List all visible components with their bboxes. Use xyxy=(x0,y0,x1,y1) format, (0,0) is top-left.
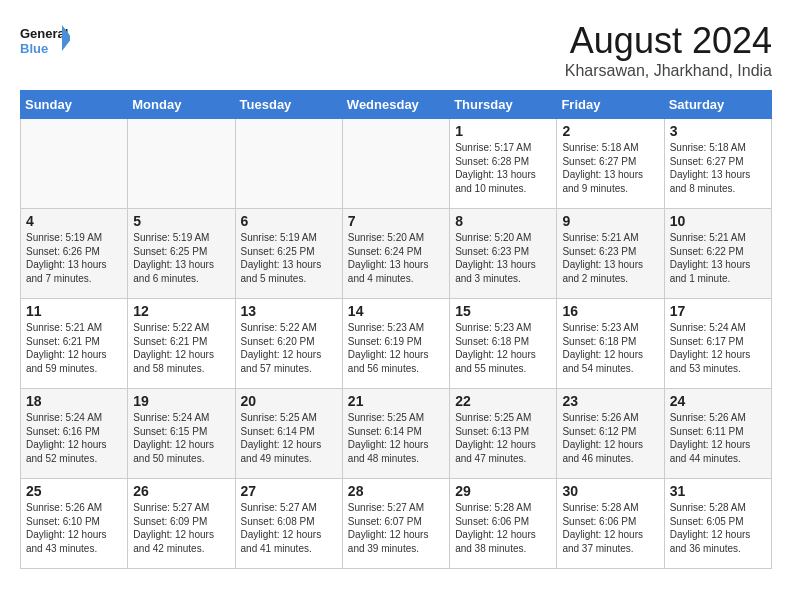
calendar-cell: 7Sunrise: 5:20 AM Sunset: 6:24 PM Daylig… xyxy=(342,209,449,299)
day-content: Sunrise: 5:23 AM Sunset: 6:18 PM Dayligh… xyxy=(455,321,551,375)
calendar-cell: 3Sunrise: 5:18 AM Sunset: 6:27 PM Daylig… xyxy=(664,119,771,209)
weekday-header-monday: Monday xyxy=(128,91,235,119)
calendar-table: SundayMondayTuesdayWednesdayThursdayFrid… xyxy=(20,90,772,569)
day-number: 2 xyxy=(562,123,658,139)
calendar-cell: 10Sunrise: 5:21 AM Sunset: 6:22 PM Dayli… xyxy=(664,209,771,299)
svg-text:General: General xyxy=(20,26,68,41)
calendar-week-row: 4Sunrise: 5:19 AM Sunset: 6:26 PM Daylig… xyxy=(21,209,772,299)
calendar-cell: 29Sunrise: 5:28 AM Sunset: 6:06 PM Dayli… xyxy=(450,479,557,569)
day-number: 13 xyxy=(241,303,337,319)
weekday-header-wednesday: Wednesday xyxy=(342,91,449,119)
day-content: Sunrise: 5:18 AM Sunset: 6:27 PM Dayligh… xyxy=(562,141,658,195)
day-content: Sunrise: 5:25 AM Sunset: 6:13 PM Dayligh… xyxy=(455,411,551,465)
calendar-cell xyxy=(235,119,342,209)
day-content: Sunrise: 5:21 AM Sunset: 6:22 PM Dayligh… xyxy=(670,231,766,285)
day-content: Sunrise: 5:17 AM Sunset: 6:28 PM Dayligh… xyxy=(455,141,551,195)
calendar-cell: 28Sunrise: 5:27 AM Sunset: 6:07 PM Dayli… xyxy=(342,479,449,569)
day-content: Sunrise: 5:23 AM Sunset: 6:19 PM Dayligh… xyxy=(348,321,444,375)
calendar-week-row: 1Sunrise: 5:17 AM Sunset: 6:28 PM Daylig… xyxy=(21,119,772,209)
day-content: Sunrise: 5:19 AM Sunset: 6:25 PM Dayligh… xyxy=(133,231,229,285)
day-content: Sunrise: 5:25 AM Sunset: 6:14 PM Dayligh… xyxy=(348,411,444,465)
title-section: August 2024 Kharsawan, Jharkhand, India xyxy=(565,20,772,80)
day-content: Sunrise: 5:25 AM Sunset: 6:14 PM Dayligh… xyxy=(241,411,337,465)
day-content: Sunrise: 5:20 AM Sunset: 6:24 PM Dayligh… xyxy=(348,231,444,285)
day-content: Sunrise: 5:27 AM Sunset: 6:07 PM Dayligh… xyxy=(348,501,444,555)
day-number: 4 xyxy=(26,213,122,229)
calendar-cell: 22Sunrise: 5:25 AM Sunset: 6:13 PM Dayli… xyxy=(450,389,557,479)
day-number: 30 xyxy=(562,483,658,499)
weekday-header-friday: Friday xyxy=(557,91,664,119)
day-content: Sunrise: 5:21 AM Sunset: 6:23 PM Dayligh… xyxy=(562,231,658,285)
page-header: General Blue August 2024 Kharsawan, Jhar… xyxy=(20,20,772,80)
day-content: Sunrise: 5:26 AM Sunset: 6:11 PM Dayligh… xyxy=(670,411,766,465)
day-number: 28 xyxy=(348,483,444,499)
day-number: 19 xyxy=(133,393,229,409)
day-content: Sunrise: 5:28 AM Sunset: 6:06 PM Dayligh… xyxy=(562,501,658,555)
calendar-cell: 8Sunrise: 5:20 AM Sunset: 6:23 PM Daylig… xyxy=(450,209,557,299)
day-number: 1 xyxy=(455,123,551,139)
day-number: 21 xyxy=(348,393,444,409)
calendar-cell: 13Sunrise: 5:22 AM Sunset: 6:20 PM Dayli… xyxy=(235,299,342,389)
day-number: 23 xyxy=(562,393,658,409)
weekday-header-saturday: Saturday xyxy=(664,91,771,119)
calendar-cell: 11Sunrise: 5:21 AM Sunset: 6:21 PM Dayli… xyxy=(21,299,128,389)
day-number: 20 xyxy=(241,393,337,409)
day-number: 8 xyxy=(455,213,551,229)
day-number: 26 xyxy=(133,483,229,499)
calendar-week-row: 18Sunrise: 5:24 AM Sunset: 6:16 PM Dayli… xyxy=(21,389,772,479)
day-number: 15 xyxy=(455,303,551,319)
day-content: Sunrise: 5:24 AM Sunset: 6:16 PM Dayligh… xyxy=(26,411,122,465)
calendar-cell xyxy=(128,119,235,209)
weekday-header-row: SundayMondayTuesdayWednesdayThursdayFrid… xyxy=(21,91,772,119)
day-content: Sunrise: 5:28 AM Sunset: 6:06 PM Dayligh… xyxy=(455,501,551,555)
weekday-header-sunday: Sunday xyxy=(21,91,128,119)
calendar-cell: 25Sunrise: 5:26 AM Sunset: 6:10 PM Dayli… xyxy=(21,479,128,569)
month-year: August 2024 xyxy=(565,20,772,62)
day-content: Sunrise: 5:23 AM Sunset: 6:18 PM Dayligh… xyxy=(562,321,658,375)
calendar-cell: 14Sunrise: 5:23 AM Sunset: 6:19 PM Dayli… xyxy=(342,299,449,389)
day-content: Sunrise: 5:24 AM Sunset: 6:15 PM Dayligh… xyxy=(133,411,229,465)
day-number: 16 xyxy=(562,303,658,319)
calendar-cell: 17Sunrise: 5:24 AM Sunset: 6:17 PM Dayli… xyxy=(664,299,771,389)
day-number: 11 xyxy=(26,303,122,319)
calendar-cell: 30Sunrise: 5:28 AM Sunset: 6:06 PM Dayli… xyxy=(557,479,664,569)
day-number: 9 xyxy=(562,213,658,229)
day-content: Sunrise: 5:19 AM Sunset: 6:26 PM Dayligh… xyxy=(26,231,122,285)
day-number: 5 xyxy=(133,213,229,229)
calendar-cell: 27Sunrise: 5:27 AM Sunset: 6:08 PM Dayli… xyxy=(235,479,342,569)
day-content: Sunrise: 5:19 AM Sunset: 6:25 PM Dayligh… xyxy=(241,231,337,285)
day-number: 29 xyxy=(455,483,551,499)
calendar-cell: 2Sunrise: 5:18 AM Sunset: 6:27 PM Daylig… xyxy=(557,119,664,209)
calendar-cell: 6Sunrise: 5:19 AM Sunset: 6:25 PM Daylig… xyxy=(235,209,342,299)
day-number: 22 xyxy=(455,393,551,409)
day-number: 18 xyxy=(26,393,122,409)
logo: General Blue xyxy=(20,20,70,65)
day-content: Sunrise: 5:22 AM Sunset: 6:21 PM Dayligh… xyxy=(133,321,229,375)
calendar-cell: 31Sunrise: 5:28 AM Sunset: 6:05 PM Dayli… xyxy=(664,479,771,569)
day-content: Sunrise: 5:27 AM Sunset: 6:09 PM Dayligh… xyxy=(133,501,229,555)
day-number: 12 xyxy=(133,303,229,319)
day-content: Sunrise: 5:26 AM Sunset: 6:10 PM Dayligh… xyxy=(26,501,122,555)
weekday-header-tuesday: Tuesday xyxy=(235,91,342,119)
day-number: 14 xyxy=(348,303,444,319)
calendar-cell: 20Sunrise: 5:25 AM Sunset: 6:14 PM Dayli… xyxy=(235,389,342,479)
calendar-week-row: 25Sunrise: 5:26 AM Sunset: 6:10 PM Dayli… xyxy=(21,479,772,569)
calendar-cell: 23Sunrise: 5:26 AM Sunset: 6:12 PM Dayli… xyxy=(557,389,664,479)
calendar-cell xyxy=(21,119,128,209)
day-number: 3 xyxy=(670,123,766,139)
day-content: Sunrise: 5:28 AM Sunset: 6:05 PM Dayligh… xyxy=(670,501,766,555)
day-number: 25 xyxy=(26,483,122,499)
calendar-cell: 26Sunrise: 5:27 AM Sunset: 6:09 PM Dayli… xyxy=(128,479,235,569)
location: Kharsawan, Jharkhand, India xyxy=(565,62,772,80)
calendar-cell: 16Sunrise: 5:23 AM Sunset: 6:18 PM Dayli… xyxy=(557,299,664,389)
calendar-cell: 15Sunrise: 5:23 AM Sunset: 6:18 PM Dayli… xyxy=(450,299,557,389)
weekday-header-thursday: Thursday xyxy=(450,91,557,119)
day-number: 17 xyxy=(670,303,766,319)
day-content: Sunrise: 5:20 AM Sunset: 6:23 PM Dayligh… xyxy=(455,231,551,285)
calendar-cell: 1Sunrise: 5:17 AM Sunset: 6:28 PM Daylig… xyxy=(450,119,557,209)
calendar-cell: 18Sunrise: 5:24 AM Sunset: 6:16 PM Dayli… xyxy=(21,389,128,479)
day-number: 31 xyxy=(670,483,766,499)
calendar-week-row: 11Sunrise: 5:21 AM Sunset: 6:21 PM Dayli… xyxy=(21,299,772,389)
calendar-cell: 5Sunrise: 5:19 AM Sunset: 6:25 PM Daylig… xyxy=(128,209,235,299)
day-number: 6 xyxy=(241,213,337,229)
